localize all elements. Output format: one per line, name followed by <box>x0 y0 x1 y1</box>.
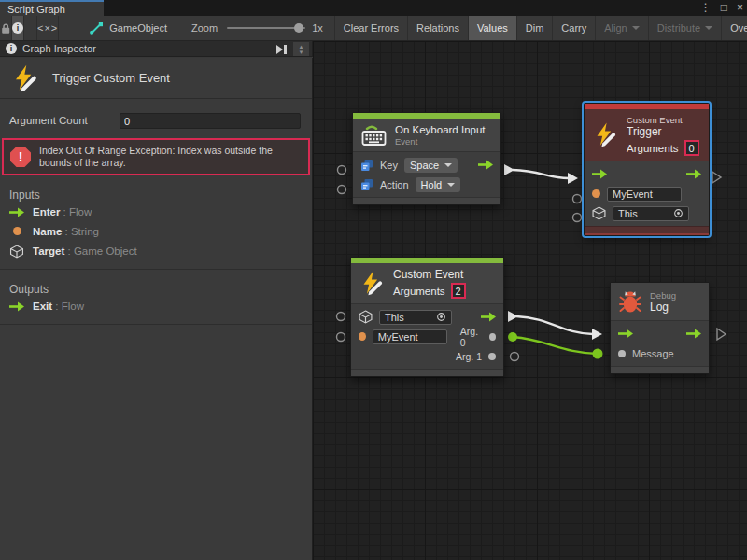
arg1-port[interactable] <box>488 353 496 360</box>
flow-output-port[interactable] <box>481 312 496 322</box>
wire-endpoint <box>568 173 578 184</box>
flow-input-port[interactable] <box>618 329 633 339</box>
arguments-label: Arguments <box>393 286 445 297</box>
target-object-field[interactable]: This <box>379 310 452 325</box>
input-row-name: Name : String <box>0 222 312 241</box>
lock-icon <box>0 22 11 35</box>
arg1-label: Arg. 1 <box>456 351 482 362</box>
outputs-section-heading: Outputs <box>9 283 312 296</box>
input-row-target: Target : Game Object <box>0 242 312 260</box>
close-icon[interactable]: × <box>737 0 743 16</box>
code-view-button[interactable]: <×> <box>36 16 59 40</box>
chevron-down-icon <box>444 163 452 167</box>
graph-inspector-title: Graph Inspector <box>22 43 96 54</box>
zoom-slider[interactable] <box>227 27 305 29</box>
string-port-icon[interactable] <box>592 189 600 198</box>
wire-endpoint <box>592 329 602 340</box>
keycode-icon <box>360 178 374 191</box>
section-divider <box>0 269 312 270</box>
wire-endpoint <box>504 164 514 175</box>
value-wire <box>513 337 598 354</box>
event-name-field[interactable] <box>607 187 682 202</box>
keycode-icon <box>360 159 374 172</box>
relations-toggle[interactable]: Relations <box>407 16 468 40</box>
info-icon: i <box>12 22 23 34</box>
chevron-down-icon <box>447 183 455 187</box>
flow-output-port[interactable] <box>686 169 701 179</box>
flow-input-port[interactable] <box>592 169 607 179</box>
output-row-exit: Exit : Flow <box>0 297 312 315</box>
object-picker-icon[interactable] <box>436 312 446 322</box>
section-divider <box>0 324 312 325</box>
argument-count-label: Argument Count <box>9 115 88 126</box>
action-dropdown[interactable]: Hold <box>416 177 461 192</box>
arg0-port[interactable] <box>489 333 496 341</box>
graph-toolbar: i <×> GameObject Zoom 1x Clear Errors Re… <box>0 16 747 41</box>
node-footer <box>585 226 709 235</box>
input-row-enter: Enter : Flow <box>0 203 312 221</box>
object-picker-icon[interactable] <box>673 208 684 218</box>
key-dropdown[interactable]: Space <box>404 158 458 173</box>
graph-inspector-header: i Graph Inspector ▲▼ <box>0 41 313 57</box>
wire-endpoint <box>593 349 603 359</box>
dock-panel-icon[interactable] <box>276 44 289 54</box>
error-icon: ! <box>10 147 31 167</box>
gameobject-cube-icon[interactable] <box>592 206 606 220</box>
string-port-icon[interactable] <box>359 332 366 341</box>
node-footer <box>351 369 503 376</box>
tab-label: Script Graph <box>7 4 65 15</box>
port-trigger-exit-output <box>712 172 721 183</box>
kebab-menu-icon[interactable]: ⋮ <box>700 0 712 16</box>
panel-scroll-spinner[interactable]: ▲▼ <box>293 42 309 56</box>
flow-wire <box>516 316 593 334</box>
align-dropdown[interactable]: Align <box>595 16 647 40</box>
chevron-down-icon <box>632 26 640 30</box>
port-action-input <box>338 186 346 194</box>
port-trigger-name-input <box>573 195 582 203</box>
gameobject-reference[interactable]: GameObject <box>89 16 167 40</box>
values-toggle[interactable]: Values <box>468 16 516 40</box>
key-label: Key <box>380 160 398 171</box>
code-icon: <×> <box>37 22 58 34</box>
target-object-field[interactable]: This <box>613 206 689 221</box>
graph-canvas[interactable]: On Keyboard Input Event Key Space <box>313 41 747 560</box>
wire-endpoint <box>508 332 517 342</box>
gameobject-label: GameObject <box>109 22 167 34</box>
port-trigger-target-input <box>573 214 582 222</box>
maximize-icon[interactable]: □ <box>721 0 727 16</box>
zoom-slider-knob[interactable] <box>294 23 303 33</box>
event-name-field[interactable] <box>373 329 447 344</box>
inspector-toggle-button[interactable]: i <box>12 16 24 40</box>
custom-event-icon <box>11 64 39 92</box>
flow-port-icon <box>9 207 24 217</box>
node-custom-event[interactable]: Custom Event Arguments 2 This <box>350 257 504 377</box>
message-port[interactable] <box>618 350 626 357</box>
info-icon: i <box>6 43 17 54</box>
tab-script-graph[interactable]: Script Graph <box>0 0 104 16</box>
gameobject-cube-icon[interactable] <box>359 310 373 324</box>
chevron-down-icon <box>705 26 712 30</box>
arguments-count-badge[interactable]: 0 <box>684 140 699 156</box>
error-message-text: Index Out Of Range Exception: Index was … <box>39 145 301 169</box>
arg0-label: Arg. 0 <box>460 326 483 348</box>
lock-button[interactable] <box>0 16 12 40</box>
flow-wire <box>513 170 569 178</box>
node-trigger-custom-event[interactable]: Custom Event Trigger Arguments 0 <box>584 103 710 236</box>
argument-count-field[interactable] <box>120 113 301 129</box>
zoom-label: Zoom <box>191 22 218 34</box>
overview-button[interactable]: Overview <box>721 16 747 40</box>
inputs-section-heading: Inputs <box>9 189 312 202</box>
clear-errors-button[interactable]: Clear Errors <box>334 16 407 40</box>
node-title: Trigger <box>627 125 699 138</box>
arguments-count-badge[interactable]: 2 <box>451 283 466 299</box>
port-event-name-input <box>337 333 345 342</box>
flow-output-port[interactable] <box>686 329 701 339</box>
node-on-keyboard-input[interactable]: On Keyboard Input Event Key Space <box>352 112 501 205</box>
flow-output-port[interactable] <box>478 160 493 170</box>
distribute-dropdown[interactable]: Distribute <box>648 16 721 40</box>
node-debug-log[interactable]: Debug Log Message <box>610 282 710 374</box>
node-title: Log <box>650 301 676 314</box>
dim-toggle[interactable]: Dim <box>516 16 553 40</box>
carry-toggle[interactable]: Carry <box>552 16 595 40</box>
node-footer <box>611 366 709 373</box>
